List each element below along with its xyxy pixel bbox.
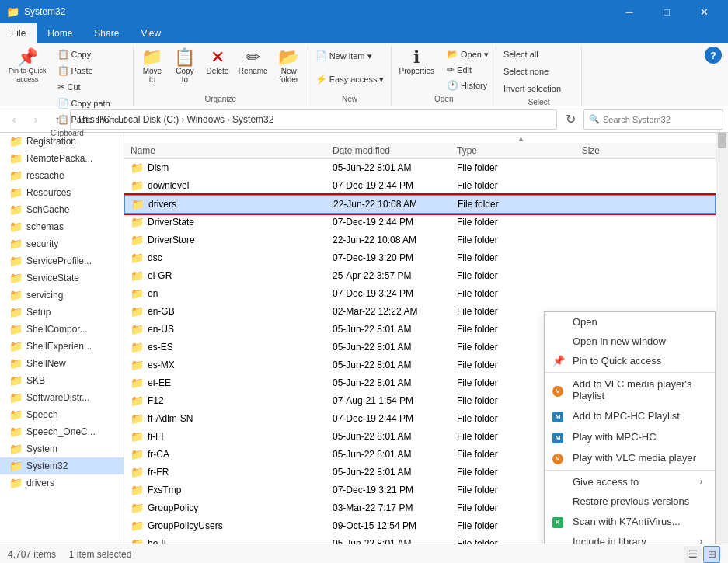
sidebar-item[interactable]: 📁System32	[0, 457, 124, 474]
file-list-header: Name Date modified Type Size	[124, 143, 716, 159]
context-menu-item[interactable]: 📌Pin to Quick access	[545, 351, 715, 370]
table-row[interactable]: 📁en 07-Dec-19 3:24 PM File folder	[124, 285, 716, 303]
move-to-button[interactable]: 📁 Move to	[137, 47, 168, 86]
window-title: System32	[24, 6, 611, 17]
ribbon-group-new: 📄 New item ▾ ⚡ Easy access ▾ New	[308, 47, 392, 106]
sidebar-item[interactable]: 📁System	[0, 440, 124, 457]
paste-button[interactable]: 📋 Paste	[54, 63, 130, 78]
table-row[interactable]: 📁downlevel 07-Dec-19 2:44 PM File folder	[124, 177, 716, 195]
ribbon-group-organize: 📁 Move to 📋 Copy to ✕ Delete ✏ Rename 📂	[134, 47, 308, 106]
rename-button[interactable]: ✏ Rename	[235, 47, 272, 78]
sidebar-item[interactable]: 📁security	[0, 235, 124, 252]
sidebar-item[interactable]: 📁ShellExperien...	[0, 338, 124, 355]
context-menu-separator	[545, 470, 715, 471]
tab-view[interactable]: View	[130, 23, 172, 43]
sidebar-item[interactable]: 📁SoftwareDistr...	[0, 389, 124, 406]
col-header-size[interactable]: Size	[544, 143, 606, 158]
sidebar-item[interactable]: 📁Setup	[0, 304, 124, 321]
context-menu-item[interactable]: MAdd to MPC-HC Playlist	[545, 405, 715, 426]
copy-path-button[interactable]: 📄 Copy path	[54, 96, 130, 111]
sidebar-item[interactable]: 📁SchCache	[0, 201, 124, 218]
search-input[interactable]	[603, 115, 718, 124]
col-header-name[interactable]: Name	[124, 143, 326, 158]
sidebar-item[interactable]: 📁Speech_OneC...	[0, 423, 124, 440]
table-row[interactable]: 📁DriverStore 22-Jun-22 10:08 AM File fol…	[124, 231, 716, 249]
select-all-button[interactable]: Select all	[500, 47, 542, 62]
sidebar-item[interactable]: 📁servicing	[0, 287, 124, 304]
properties-button[interactable]: ℹ Properties	[395, 47, 438, 78]
context-menu-item[interactable]: KScan with K7AntiVirus...	[545, 511, 715, 532]
sidebar-item[interactable]: 📁RemotePacka...	[0, 150, 124, 167]
search-icon: 🔍	[589, 114, 600, 124]
title-icon: 📁	[6, 5, 19, 18]
sidebar-item[interactable]: 📁Speech	[0, 406, 124, 423]
cut-button[interactable]: ✂ Cut	[54, 79, 130, 95]
context-menu-item[interactable]: VPlay with VLC media player	[545, 447, 715, 468]
minimize-button[interactable]: ─	[611, 0, 647, 23]
new-folder-button[interactable]: 📂 New folder	[273, 47, 305, 86]
table-row[interactable]: 📁el-GR 25-Apr-22 3:57 PM File folder	[124, 267, 716, 285]
col-header-date[interactable]: Date modified	[326, 143, 451, 158]
ribbon-tab-bar: File Home Share View	[0, 23, 728, 43]
status-items-count: 4,707 items 1 item selected	[8, 549, 131, 560]
sidebar-item[interactable]: 📁schemas	[0, 218, 124, 235]
table-row[interactable]: 📁Dism 05-Jun-22 8:01 AM File folder	[124, 159, 716, 177]
table-row[interactable]: 📁DriverState 07-Dec-19 2:44 PM File fold…	[124, 214, 716, 231]
pin-quick-access-button[interactable]: 📌 Pin to Quick access	[5, 47, 51, 86]
delete-button[interactable]: ✕ Delete	[202, 47, 233, 78]
context-menu-item[interactable]: MPlay with MPC-HC	[545, 426, 715, 447]
invert-selection-button[interactable]: Invert selection	[500, 81, 565, 96]
sidebar-item[interactable]: 📁ServiceState	[0, 269, 124, 287]
copy-to-button[interactable]: 📋 Copy to	[169, 47, 200, 86]
title-bar: 📁 System32 ─ □ ✕	[0, 0, 728, 23]
col-header-type[interactable]: Type	[451, 143, 544, 158]
refresh-button[interactable]: ↻	[560, 109, 580, 130]
path-system32: System32	[232, 114, 273, 125]
sidebar-item[interactable]: 📁SKB	[0, 372, 124, 389]
window-controls: ─ □ ✕	[611, 0, 722, 23]
tab-share[interactable]: Share	[83, 23, 130, 43]
context-menu-item[interactable]: Include in library›	[545, 532, 715, 544]
easy-access-button[interactable]: ⚡ Easy access ▾	[312, 70, 388, 89]
sidebar-item[interactable]: 📁rescache	[0, 167, 124, 184]
edit-button[interactable]: ✏ Edit	[443, 62, 493, 78]
search-box[interactable]: 🔍	[583, 109, 723, 130]
copy-button[interactable]: 📋 Copy	[54, 47, 130, 62]
address-path[interactable]: This PC › Local Disk (C:) › Windows › Sy…	[70, 109, 557, 130]
details-view-button[interactable]: ☰	[684, 546, 702, 563]
context-menu-item[interactable]: Open	[545, 312, 715, 332]
close-button[interactable]: ✕	[686, 0, 722, 23]
sidebar-item[interactable]: 📁drivers	[0, 474, 124, 492]
ribbon-group-select: Select all Select none Invert selection …	[496, 47, 582, 106]
ribbon-content: 📌 Pin to Quick access 📋 Copy 📋 Paste ✂	[0, 43, 728, 106]
context-menu-item[interactable]: Restore previous versions	[545, 492, 715, 511]
context-menu-item[interactable]: Open in new window	[545, 332, 715, 351]
sidebar-item[interactable]: 📁ServiceProfile...	[0, 252, 124, 269]
scroll-thumb[interactable]	[718, 133, 726, 148]
scrollbar[interactable]	[716, 133, 728, 544]
open-button[interactable]: 📂 Open ▾	[443, 47, 493, 62]
context-menu-item[interactable]: VAdd to VLC media player's Playlist	[545, 374, 715, 405]
paste-shortcut-button[interactable]: 📋 Paste shortcut	[54, 112, 130, 127]
history-button[interactable]: 🕐 History	[443, 78, 493, 93]
ribbon-group-open: ℹ Properties 📂 Open ▾ ✏ Edit 🕐	[392, 47, 496, 106]
context-menu: OpenOpen in new window📌Pin to Quick acce…	[544, 311, 716, 544]
tab-file[interactable]: File	[0, 23, 37, 43]
select-none-button[interactable]: Select none	[500, 64, 552, 79]
tiles-view-button[interactable]: ⊞	[703, 546, 720, 563]
ribbon: File Home Share View 📌 Pin to Quick acce…	[0, 23, 728, 106]
file-list: ▲ Name Date modified Type Size 📁Dism 05-…	[124, 133, 716, 544]
table-row[interactable]: 📁dsc 07-Dec-19 3:20 PM File folder	[124, 249, 716, 267]
maximize-button[interactable]: □	[649, 0, 684, 23]
sidebar-item[interactable]: 📁Resources	[0, 184, 124, 201]
path-windows: Windows	[186, 114, 225, 125]
context-menu-item[interactable]: Give access to›	[545, 472, 715, 492]
ribbon-group-clipboard: 📌 Pin to Quick access 📋 Copy 📋 Paste ✂	[2, 47, 134, 106]
tab-home[interactable]: Home	[37, 23, 83, 43]
table-row[interactable]: 📁drivers 22-Jun-22 10:08 AM File folder	[124, 195, 716, 214]
sidebar-item[interactable]: 📁ShellCompor...	[0, 321, 124, 338]
new-item-button[interactable]: 📄 New item ▾	[312, 47, 376, 65]
context-menu-separator	[545, 372, 715, 373]
help-button[interactable]: ?	[705, 47, 722, 64]
sidebar-item[interactable]: 📁ShellNew	[0, 355, 124, 372]
